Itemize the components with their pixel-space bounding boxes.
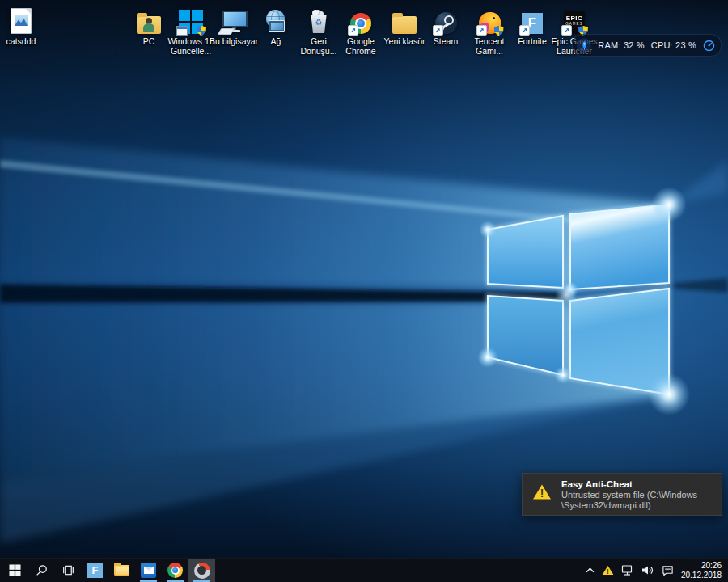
tray-clock[interactable]: 20:26 20.12.2018 [681,561,725,580]
recycle-bin-icon: ♻ [309,10,328,34]
shortcut-arrow-icon: ↗ [348,25,358,36]
task-view-button[interactable] [55,559,82,582]
recycle-symbol: ♻ [309,19,328,27]
svg-text:!: ! [607,567,609,576]
windows-start-icon [9,564,21,576]
toast-warning-icon: ! [532,483,552,500]
taskbar-chrome-button[interactable] [162,559,188,582]
taskbar-active-game-button[interactable] [188,559,215,582]
folder-icon [392,16,417,34]
tray-action-center-icon[interactable] [662,565,674,576]
computer-monitor-icon [221,10,247,34]
icon-label-line: Chrome [335,46,387,56]
cpu-label: CPU: 23 % [651,40,696,50]
taskbar-mail-button[interactable] [135,559,162,582]
mail-app-icon [141,563,156,578]
shortcut-arrow-icon: ↗ [561,25,572,36]
notification-toast[interactable]: ! Easy Anti-Cheat Untrusted system file … [522,473,722,516]
tray-warning-icon[interactable]: ! [602,565,614,576]
gauge-icon[interactable] [703,40,715,52]
tray-network-icon[interactable] [621,565,634,576]
exclamation-glyph: ! [540,487,544,500]
toast-body-line1: Untrusted system file (C:\Windows [561,490,697,500]
search-icon [36,564,48,576]
taskbar: F ! [0,558,728,582]
search-button[interactable] [28,559,55,582]
icon-label-line: catsddd [0,36,47,46]
file-explorer-icon [114,565,129,576]
fortnite-icon: F [87,563,103,578]
performance-widget[interactable]: RAM: 32 % CPU: 23 % [572,34,722,57]
game-booster-icon [194,563,210,579]
shortcut-arrow-icon: ↗ [476,25,487,36]
system-tray: ! [586,559,728,582]
rocket-icon[interactable] [577,38,591,53]
clock-date: 20.12.2018 [681,571,722,580]
start-button[interactable] [2,559,28,582]
clock-time: 20:26 [681,561,722,571]
ram-label: RAM: 32 % [598,40,644,50]
taskbar-explorer-button[interactable] [108,559,135,582]
uac-shield-icon [197,26,206,36]
icon-label-line: Güncelle... [165,46,217,56]
desktop: catsddd PC Windows 10 Güncell [0,0,728,582]
windows-logo-icon [179,10,203,34]
taskbar-fortnite-button[interactable]: F [82,559,108,582]
chrome-icon [167,563,183,578]
task-view-icon [62,564,74,576]
tray-chevron-up-icon[interactable] [586,567,595,573]
network-globe-icon [263,10,289,34]
toast-body-line2: \System32\dwmapi.dll) [561,500,697,511]
uac-shield-icon [494,26,504,36]
tray-volume-icon[interactable] [641,565,654,576]
icon-label: catsddd [0,36,47,46]
desktop-icon-catsddd[interactable]: catsddd [0,5,47,46]
shortcut-arrow-icon: ↗ [519,25,530,36]
image-file-icon [11,8,32,34]
mini-window-icon [176,26,188,36]
toast-title: Easy Anti-Cheat [561,479,697,490]
icon-label-line: Gami... [463,46,515,56]
shortcut-arrow-icon: ↗ [433,25,443,36]
